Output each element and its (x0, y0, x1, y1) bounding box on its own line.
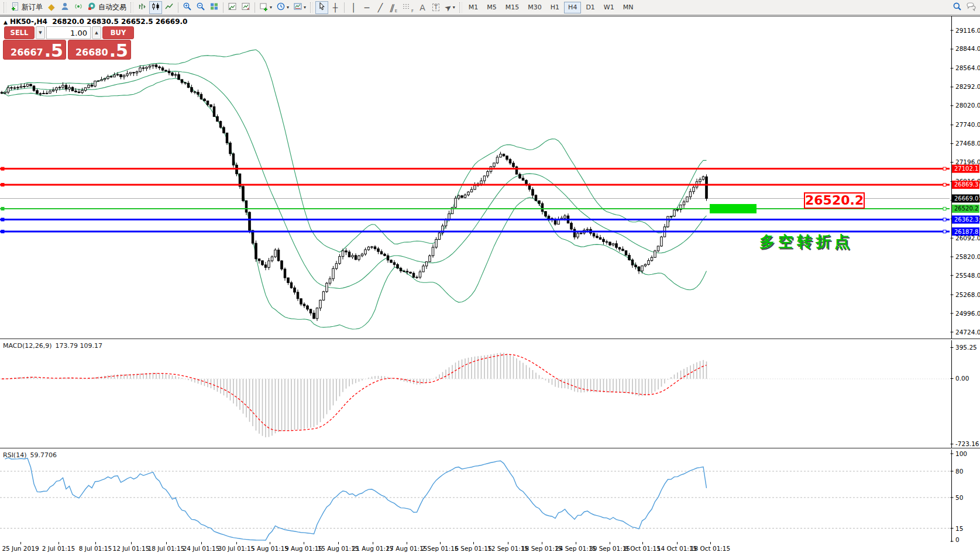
time-axis-label: 8 Oct 01:15 (624, 545, 661, 552)
time-axis-tick (710, 542, 711, 544)
period-button[interactable]: ▾ (274, 1, 291, 14)
svg-text:26362.3: 26362.3 (954, 216, 978, 223)
indicator-window-button[interactable] (226, 1, 239, 14)
time-axis-label: 30 Jul 01:15 (218, 545, 255, 552)
new-order-label: 新订单 (22, 2, 43, 12)
new-chart-button[interactable]: ▾ (257, 1, 274, 14)
autotrade-button[interactable]: 自动交易 (85, 1, 128, 14)
timeframe-h1-button[interactable]: H1 (546, 2, 563, 13)
time-axis-tick (270, 542, 270, 544)
svg-text:28020.0: 28020.0 (955, 102, 980, 109)
price-axis: 29116.028844.028564.028292.028020.027740… (951, 16, 980, 339)
svg-text:27740.0: 27740.0 (955, 121, 980, 128)
trendline-button[interactable]: ╱ (374, 1, 387, 14)
search-button[interactable] (951, 1, 964, 14)
main-chart-panel[interactable]: 29116.028844.028564.028292.028020.027740… (0, 16, 980, 339)
bar-chart-button[interactable] (136, 1, 149, 14)
vertical-line-button[interactable]: │ (347, 1, 360, 14)
candlestick-chart-button[interactable] (149, 1, 162, 14)
timeframe-d1-button[interactable]: D1 (582, 2, 599, 13)
channel-button[interactable]: ∥ E (387, 1, 400, 14)
template-button[interactable]: ▾ (291, 1, 308, 14)
tile-windows-button[interactable] (208, 1, 221, 14)
time-axis-tick (610, 542, 610, 544)
tile-windows-icon (209, 2, 219, 13)
dropdown-arrow-icon: ▾ (270, 5, 272, 10)
volume-increase-button[interactable]: ▲ (92, 26, 101, 39)
buy-price-button[interactable]: 26680.5 (68, 40, 131, 60)
svg-text:28292.0: 28292.0 (955, 83, 980, 90)
timeframe-h4-button[interactable]: H4 (564, 2, 581, 13)
turning-point-annotation[interactable]: 多空转折点 (759, 232, 853, 252)
new-order-button[interactable]: 新订单 (9, 1, 44, 14)
timeframe-m1-button[interactable]: M1 (465, 2, 483, 13)
horizontal-line-button[interactable]: ─ (360, 1, 373, 14)
rsi-panel[interactable]: 1008050150 RSI(14)59.7706 (0, 450, 980, 542)
time-axis-tick (304, 542, 304, 544)
zoom-in-button[interactable] (181, 1, 194, 14)
dropdown-arrow-icon: ▾ (304, 5, 306, 10)
macd-name: MACD(12,26,9) (3, 342, 52, 350)
candlestick-chart-icon (151, 2, 160, 13)
timeframe-m5-button[interactable]: M5 (483, 2, 501, 13)
chat-button[interactable] (964, 1, 978, 14)
profile-button[interactable] (59, 1, 71, 14)
cursor-button[interactable] (315, 1, 328, 14)
crosshair-button[interactable]: ┼ (329, 1, 342, 14)
macd-panel[interactable]: 395.250.00-723.16 MACD(12,26,9)173.79 10… (0, 340, 980, 448)
text-label-button[interactable]: T (429, 1, 442, 14)
time-axis[interactable]: 25 Jun 20192 Jul 01:158 Jul 01:1512 Jul … (0, 542, 980, 556)
sell-price-button[interactable]: 26667.5 (3, 40, 66, 60)
fibonacci-f-label: F (411, 9, 414, 13)
timeframe-mn-button[interactable]: MN (619, 2, 638, 13)
time-axis-label: 6 Sep 01:15 (455, 545, 491, 552)
svg-text:0: 0 (955, 536, 960, 542)
price-tags: 27102.126869.326669.026520.226362.326187… (952, 165, 979, 236)
toolbar-separator (255, 2, 255, 13)
market-button[interactable]: ◆ (45, 1, 58, 14)
time-axis-label: 18 Oct 01:15 (690, 545, 730, 552)
zoom-out-button[interactable] (194, 1, 207, 14)
fibonacci-button[interactable]: F (401, 1, 415, 14)
toolbar-grip[interactable] (130, 2, 133, 13)
new-order-icon (11, 2, 20, 13)
macd-values: 173.79 109.17 (56, 342, 102, 350)
svg-text:27468.0: 27468.0 (955, 140, 980, 147)
collapse-panel-icon[interactable]: ▲ (4, 19, 8, 25)
clock-icon (276, 2, 286, 13)
toolbar-grip[interactable] (310, 2, 313, 13)
text-button[interactable]: A (416, 1, 429, 14)
time-axis-label: 12 Jul 01:15 (113, 545, 150, 552)
ohlc-values: 26820.0 26830.5 26652.5 26669.0 (52, 18, 187, 26)
timeframe-m30-button[interactable]: M30 (524, 2, 546, 13)
arrows-button[interactable]: ➤ ▾ (443, 1, 457, 14)
svg-text:100: 100 (955, 450, 967, 457)
sell-button[interactable]: SELL (4, 26, 35, 39)
timeframe-w1-button[interactable]: W1 (600, 2, 618, 13)
autotrade-label: 自动交易 (98, 2, 126, 12)
time-axis-tick (373, 542, 373, 544)
volume-decrease-button[interactable]: ▼ (36, 26, 45, 39)
autotrade-icon (87, 2, 97, 13)
support-highlight-bar[interactable] (710, 204, 757, 213)
price-callout-label[interactable]: 26520.2 (804, 192, 865, 209)
search-icon (953, 2, 962, 13)
buy-button[interactable]: BUY (102, 26, 134, 39)
price-chart-canvas: 29116.028844.028564.028292.028020.027740… (0, 16, 980, 339)
signal-button[interactable] (72, 1, 85, 14)
toolbar-grip[interactable] (4, 2, 6, 13)
text-label-icon: T (432, 4, 439, 11)
svg-text:24996.0: 24996.0 (955, 310, 980, 317)
time-axis-label: 5 Aug 01:15 (251, 545, 288, 552)
toolbar-separator (344, 2, 345, 13)
toolbar-grip[interactable] (459, 2, 462, 13)
svg-text:15: 15 (955, 525, 963, 532)
indicator-window-right-button[interactable] (239, 1, 252, 14)
dropdown-arrow-icon: ▾ (287, 5, 289, 10)
line-chart-button[interactable] (163, 1, 176, 14)
quote-line[interactable]: ▲HK50-,H4 26820.0 26830.5 26652.5 26669.… (4, 18, 187, 26)
timeframe-m15-button[interactable]: M15 (501, 2, 524, 13)
rsi-levels (0, 471, 950, 529)
trendline-icon: ╱ (378, 4, 383, 12)
volume-input[interactable] (46, 26, 91, 39)
